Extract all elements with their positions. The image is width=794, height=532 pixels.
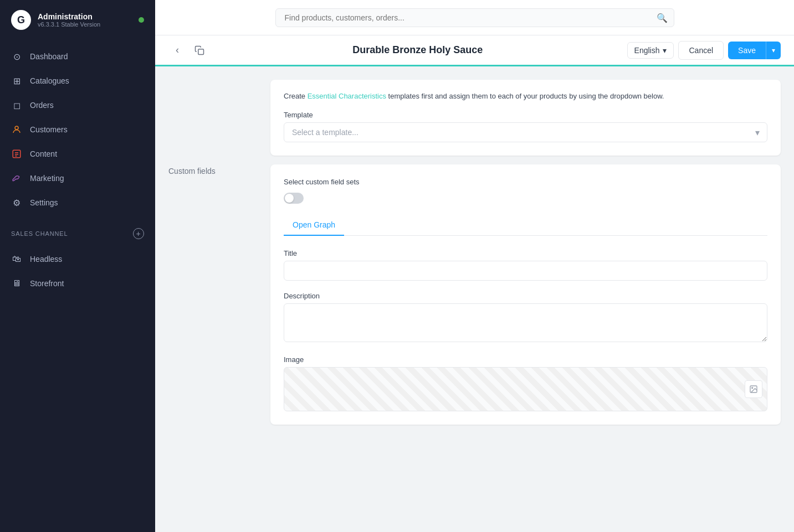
save-dropdown-button[interactable]: ▾ <box>766 42 781 59</box>
template-select[interactable]: Select a template... <box>284 122 767 142</box>
save-button-group: Save ▾ <box>728 42 781 59</box>
app-logo: G <box>11 10 31 30</box>
sidebar-item-label: Content <box>30 149 57 158</box>
main-nav: ⊙ Dashboard ⊞ Catalogues ◻ Orders Custom… <box>0 40 155 219</box>
sidebar-item-label: Settings <box>30 198 58 207</box>
sidebar: G Administration v6.3.3.1 Stable Version… <box>0 0 155 532</box>
sidebar-item-label: Dashboard <box>30 52 68 61</box>
ec-description: Create Essential Characteristics templat… <box>284 91 767 102</box>
page-title: Durable Bronze Holy Sauce <box>215 44 621 56</box>
sidebar-item-dashboard[interactable]: ⊙ Dashboard <box>0 44 155 69</box>
app-name: Administration <box>38 12 100 21</box>
copy-button[interactable] <box>191 42 208 59</box>
main-content: 🔍 ‹ Durable Bronze Holy Sauce English ▾ … <box>155 0 794 532</box>
add-sales-channel-button[interactable]: + <box>133 228 144 239</box>
sidebar-item-marketing[interactable]: Marketing <box>0 166 155 190</box>
marketing-icon <box>11 173 22 184</box>
template-select-wrapper: Select a template... <box>284 122 767 142</box>
svg-point-7 <box>752 387 753 388</box>
essential-characteristics-card: Create Essential Characteristics templat… <box>270 80 781 156</box>
og-image-label: Image <box>284 355 767 364</box>
app-version: v6.3.3.1 Stable Version <box>38 21 100 28</box>
status-dot <box>139 17 144 23</box>
tabs: Open Graph <box>284 215 767 236</box>
customers-icon <box>11 124 22 135</box>
content-area: Create Essential Characteristics templat… <box>155 66 794 532</box>
ec-link[interactable]: Essential Characteristics <box>308 92 386 100</box>
orders-icon: ◻ <box>11 100 22 111</box>
header-actions: English ▾ Cancel Save ▾ <box>627 41 781 60</box>
sidebar-item-orders[interactable]: ◻ Orders <box>0 93 155 117</box>
custom-fields-card: Select custom field sets Open Graph Titl… <box>270 164 781 425</box>
search-bar: 🔍 <box>275 8 674 27</box>
sidebar-item-settings[interactable]: ⚙ Settings <box>0 190 155 215</box>
sidebar-item-content[interactable]: Content <box>0 142 155 166</box>
og-title-label: Title <box>284 249 767 257</box>
template-field-group: Template Select a template... <box>284 111 767 142</box>
save-button[interactable]: Save <box>728 42 766 59</box>
sidebar-item-catalogues[interactable]: ⊞ Catalogues <box>0 69 155 93</box>
storefront-icon: 🖥 <box>11 278 22 289</box>
custom-field-toggle[interactable] <box>284 193 304 204</box>
topbar: 🔍 <box>155 0 794 35</box>
headless-icon: 🛍 <box>11 254 22 265</box>
sidebar-item-label: Headless <box>30 255 62 264</box>
og-description-input[interactable] <box>284 303 767 342</box>
language-value: English <box>634 46 660 55</box>
sidebar-item-label: Customers <box>30 125 68 134</box>
sidebar-item-label: Orders <box>30 101 54 110</box>
cancel-button[interactable]: Cancel <box>678 41 724 60</box>
sidebar-item-label: Catalogues <box>30 76 69 85</box>
custom-fields-section-row: Custom fields Select custom field sets O… <box>168 164 781 425</box>
dashboard-icon: ⊙ <box>11 51 22 62</box>
svg-point-0 <box>15 126 18 130</box>
og-description-group: Description <box>284 292 767 344</box>
image-icon <box>745 380 762 398</box>
sidebar-item-customers[interactable]: Customers <box>0 117 155 142</box>
template-label: Template <box>284 111 767 119</box>
back-button[interactable]: ‹ <box>168 42 186 59</box>
custom-field-header: Select custom field sets <box>284 178 767 186</box>
sidebar-item-storefront[interactable]: 🖥 Storefront <box>0 271 155 296</box>
sales-channel-section: Sales Channel + <box>0 219 155 242</box>
og-description-label: Description <box>284 292 767 300</box>
sidebar-item-label: Marketing <box>30 174 64 183</box>
search-icon: 🔍 <box>657 12 668 23</box>
sidebar-item-label: Storefront <box>30 279 64 288</box>
og-image-group: Image <box>284 355 767 411</box>
sidebar-header: G Administration v6.3.3.1 Stable Version <box>0 0 155 40</box>
sales-channel-nav: 🛍 Headless 🖥 Storefront <box>0 242 155 300</box>
content-icon <box>11 148 22 159</box>
sidebar-item-headless[interactable]: 🛍 Headless <box>0 247 155 271</box>
og-title-input[interactable] <box>284 261 767 281</box>
svg-rect-5 <box>198 49 204 54</box>
settings-icon: ⚙ <box>11 197 22 208</box>
header-nav: ‹ <box>168 42 208 59</box>
chevron-down-icon: ▾ <box>663 46 667 55</box>
sales-channel-label: Sales Channel <box>11 230 68 237</box>
custom-fields-label: Custom fields <box>168 164 257 175</box>
page-header: ‹ Durable Bronze Holy Sauce English ▾ Ca… <box>155 35 794 66</box>
og-title-group: Title <box>284 249 767 281</box>
search-input[interactable] <box>275 8 674 27</box>
language-selector[interactable]: English ▾ <box>627 42 674 59</box>
catalogues-icon: ⊞ <box>11 75 22 86</box>
og-image-upload[interactable] <box>284 367 767 411</box>
tab-open-graph[interactable]: Open Graph <box>284 215 344 236</box>
app-title-block: Administration v6.3.3.1 Stable Version <box>38 12 100 28</box>
